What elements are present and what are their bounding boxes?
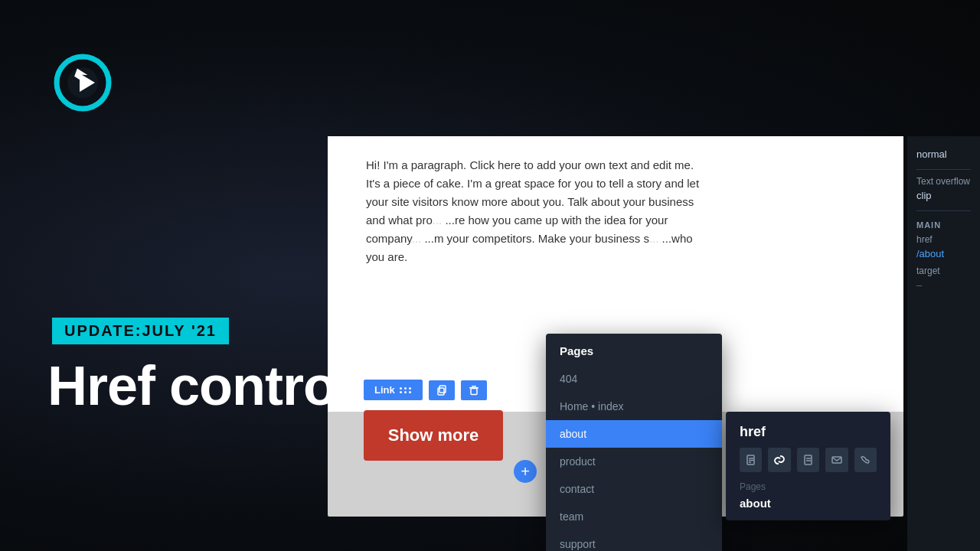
panel-href-label: href: [916, 234, 971, 245]
pages-item-404[interactable]: 404: [546, 365, 722, 393]
href-pages-value: about: [726, 497, 890, 520]
href-pages-label: Pages: [726, 481, 890, 497]
href-phone-icon-btn[interactable]: [854, 448, 877, 472]
svg-rect-4: [438, 388, 444, 395]
panel-divider-1: [916, 169, 971, 170]
main-heading: Href control: [47, 354, 351, 417]
pages-dropdown: Pages 404 Home • index about product con…: [546, 334, 722, 551]
svg-rect-5: [439, 386, 446, 393]
show-more-button[interactable]: Show more: [364, 410, 503, 461]
svg-rect-13: [805, 455, 812, 465]
panel-normal-value: normal: [916, 148, 971, 160]
href-popup-title: href: [726, 412, 890, 448]
href-doc-icon-btn[interactable]: [797, 448, 819, 472]
pages-item-about[interactable]: about: [546, 420, 722, 448]
href-mail-icon-btn[interactable]: [825, 448, 848, 472]
dots-icon: [400, 387, 412, 393]
editor-canvas: Hi! I'm a paragraph. Click here to add y…: [328, 136, 903, 517]
canvas-paragraph: Hi! I'm a paragraph. Click here to add y…: [366, 156, 704, 266]
pages-item-product[interactable]: product: [546, 448, 722, 475]
logo: [52, 52, 113, 113]
delete-button[interactable]: [461, 380, 487, 400]
add-element-button[interactable]: +: [514, 460, 537, 483]
pages-item-support[interactable]: support: [546, 530, 722, 551]
href-popup-icons: [726, 448, 890, 481]
panel-target-label: target: [916, 266, 971, 276]
right-panel: normal Text overflow clip MAIN href /abo…: [907, 136, 980, 551]
svg-rect-8: [471, 388, 477, 394]
link-button[interactable]: Link: [364, 380, 423, 400]
panel-href-value[interactable]: /about: [916, 248, 971, 259]
canvas-white-area: Hi! I'm a paragraph. Click here to add y…: [328, 136, 903, 412]
update-badge-label: UPDATE:: [64, 322, 142, 340]
panel-target-value: –: [916, 279, 971, 291]
svg-rect-7: [472, 386, 476, 387]
panel-text-overflow-label: Text overflow: [916, 176, 971, 187]
copy-button[interactable]: [429, 380, 455, 400]
panel-text-overflow-value: clip: [916, 190, 971, 201]
button-bar: Link: [364, 380, 487, 400]
href-popup: href: [726, 412, 890, 520]
href-link-icon-btn[interactable]: [768, 448, 790, 472]
panel-divider-2: [916, 210, 971, 211]
pages-item-team[interactable]: team: [546, 503, 722, 530]
pages-item-home[interactable]: Home • index: [546, 393, 722, 420]
update-badge: UPDATE: JULY '21: [52, 318, 229, 344]
pages-item-contact[interactable]: contact: [546, 475, 722, 503]
update-badge-date: JULY '21: [142, 322, 216, 340]
plus-icon: +: [521, 463, 530, 481]
show-more-label: Show more: [388, 425, 479, 445]
pages-dropdown-header: Pages: [546, 334, 722, 365]
panel-main-section: MAIN: [916, 220, 971, 230]
href-file-icon-btn[interactable]: [740, 448, 762, 472]
link-button-label: Link: [374, 384, 395, 396]
